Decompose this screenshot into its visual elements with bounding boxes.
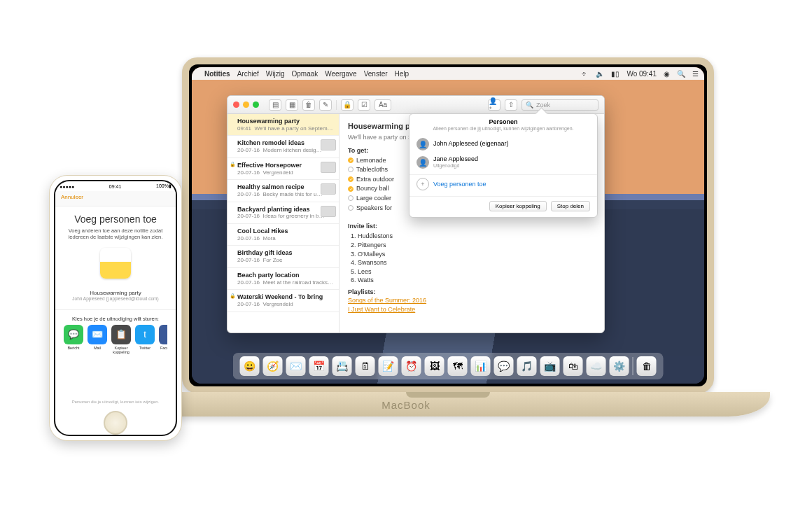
checklist-icon[interactable]: ☑	[358, 99, 370, 111]
ios-statusbar: ●●●●● 09:41 100%▮	[55, 181, 176, 191]
menu-weergave[interactable]: Weergave	[325, 70, 356, 78]
note-item[interactable]: Backyard planting ideas20-07-16 Ideas fo…	[227, 202, 339, 224]
macbook-label: MacBook	[382, 399, 430, 411]
note-item[interactable]: Housewarming party09:41 We'll have a par…	[227, 114, 339, 136]
sheet-footer: Personen die je uitnodigt, kunnen iets w…	[55, 400, 176, 404]
invite-item: Huddlestons	[358, 232, 596, 241]
dock-item[interactable]: 🗺	[448, 356, 468, 376]
dock-item[interactable]: 😀	[240, 356, 260, 376]
share-row: 💬Bericht✉️Mail📋Kopieer koppelingtTwitter…	[64, 325, 167, 354]
person-row[interactable]: 👤John Appleseed (eigenaar)	[410, 135, 597, 153]
notes-list[interactable]: Housewarming party09:41 We'll have a par…	[227, 114, 340, 332]
search-placeholder: Zoek	[536, 102, 550, 108]
choose-label: Kies hoe je de uitnodiging wilt sturen:	[64, 316, 167, 322]
share-option[interactable]: fFacebook	[159, 325, 167, 354]
dock-item[interactable]: 🗓	[356, 356, 375, 376]
note-item[interactable]: Kitchen remodel ideas20-07-16 Modern kit…	[227, 136, 339, 158]
window-controls	[233, 102, 259, 108]
invite-item: O'Malleys	[358, 250, 596, 259]
stop-sharing-button[interactable]: Stop delen	[551, 201, 590, 211]
zoom-button[interactable]	[253, 102, 259, 108]
cancel-button[interactable]: Annuleer	[61, 194, 83, 200]
dock-item[interactable]: 📇	[332, 356, 352, 376]
menu-help[interactable]: Help	[395, 70, 410, 78]
macos-menubar: Notities Archief Wijzig Opmaak Weergave …	[192, 67, 704, 80]
volume-icon[interactable]: 🔈	[596, 70, 604, 78]
sheet-desc: Voeg anderen toe aan deze notitie zodat …	[64, 227, 167, 241]
menu-archief[interactable]: Archief	[237, 70, 259, 78]
invite-item: Lees	[358, 267, 596, 276]
playlist-link[interactable]: I Just Want to Celebrate	[348, 305, 596, 314]
compose-icon[interactable]: ✎	[319, 99, 332, 111]
share-option[interactable]: ✉️Mail	[88, 325, 107, 354]
note-item[interactable]: Beach party location20-07-16 Meet at the…	[227, 268, 339, 290]
lock-icon[interactable]: 🔒	[341, 99, 354, 111]
note-item[interactable]: Healthy salmon recipe20-07-16 Becky made…	[227, 180, 339, 202]
notif-icon[interactable]: ☰	[692, 70, 699, 78]
share-icon[interactable]: ⇧	[505, 99, 517, 111]
ios-battery: 100%▮	[156, 183, 172, 189]
share-option[interactable]: 📋Kopieer koppeling	[111, 325, 131, 354]
spotlight-icon[interactable]: 🔍	[677, 70, 685, 78]
playlist-link[interactable]: Songs of the Summer: 2016	[348, 296, 596, 305]
dock-item[interactable]: 🗑	[637, 356, 657, 376]
dock: 😀🧭✉️📅📇🗓📝⏰🖼🗺📊💬🎵📺🛍☁️⚙️🗑	[233, 353, 664, 379]
grid-view-icon[interactable]: ▦	[286, 99, 298, 111]
sheet-title: Voeg personen toe	[64, 214, 167, 225]
home-button[interactable]	[104, 411, 127, 435]
dock-item[interactable]: ⚙️	[610, 356, 629, 376]
dock-item[interactable]: 📅	[309, 356, 329, 376]
dock-item[interactable]: 📝	[379, 356, 398, 376]
menu-opmaak[interactable]: Opmaak	[291, 70, 318, 78]
to-get-label: To get:	[348, 147, 368, 154]
nav-bar: Annuleer	[55, 191, 176, 206]
person-row[interactable]: 👤Jane AppleseedUitgenodigd	[410, 153, 597, 172]
share-option[interactable]: 💬Bericht	[64, 325, 83, 354]
siri-icon[interactable]: ◉	[664, 70, 670, 78]
shared-note-title: Housewarming party	[64, 290, 167, 296]
ios-time: 09:41	[109, 184, 122, 189]
battery-icon[interactable]: ▮▯	[611, 70, 620, 78]
wifi-icon[interactable]: ᯤ	[582, 70, 589, 78]
dock-item[interactable]: ☁️	[587, 356, 606, 376]
app-name[interactable]: Notities	[204, 70, 230, 78]
collaborate-icon[interactable]: 👤⁺	[488, 99, 500, 111]
notes-toolbar: ▤ ▦ 🗑 ✎ 🔒 ☑ Aa 👤⁺ ⇧ 🔍Zoek	[227, 96, 604, 114]
dock-item[interactable]: 🖼	[425, 356, 444, 376]
dock-item[interactable]: 🧭	[263, 356, 283, 376]
minimize-button[interactable]	[243, 102, 249, 108]
iphone-screen: ●●●●● 09:41 100%▮ Annuleer Voeg personen…	[54, 180, 177, 436]
dock-item[interactable]: ✉️	[286, 356, 306, 376]
avatar: 👤	[416, 138, 429, 150]
close-button[interactable]	[233, 102, 239, 108]
clock[interactable]: Wo 09:41	[626, 70, 657, 78]
note-item[interactable]: Cool Local Hikes20-07-16 Mora	[227, 224, 339, 246]
note-item[interactable]: Birthday gift ideas20-07-16 For Zoe	[227, 246, 339, 267]
invite-list: HuddlestonsPittengersO'MalleysSwansonsLe…	[358, 232, 596, 285]
dock-item[interactable]: 💬	[494, 356, 514, 376]
invite-item: Pittengers	[358, 241, 596, 250]
dock-item[interactable]: 🎵	[517, 356, 537, 376]
dock-item[interactable]: 📺	[540, 356, 560, 376]
carrier-dots: ●●●●●	[59, 184, 74, 189]
format-icon[interactable]: Aa	[374, 99, 391, 111]
share-option[interactable]: tTwitter	[135, 325, 155, 354]
list-view-icon[interactable]: ▤	[269, 99, 281, 111]
playlists-label: Playlists:	[348, 288, 376, 295]
invite-item: Swansons	[358, 258, 596, 267]
note-item[interactable]: Waterski Weekend - To bring20-07-16 Verg…	[227, 290, 339, 312]
dock-item[interactable]: 📊	[471, 356, 491, 376]
macbook-frame: Notities Archief Wijzig Opmaak Weergave …	[182, 57, 714, 393]
menu-venster[interactable]: Venster	[364, 70, 388, 78]
trash-icon[interactable]: 🗑	[302, 99, 315, 111]
macbook-base	[126, 392, 770, 416]
menu-wijzig[interactable]: Wijzig	[266, 70, 285, 78]
note-item[interactable]: Effective Horsepower20-07-16 Vergrendeld	[227, 158, 339, 180]
copy-link-button[interactable]: Kopieer koppeling	[489, 201, 547, 211]
notes-app-icon	[100, 248, 131, 279]
search-input[interactable]: 🔍Zoek	[522, 99, 598, 111]
dock-item[interactable]: ⏰	[402, 356, 421, 376]
dock-item[interactable]: 🛍	[564, 356, 583, 376]
plus-icon: +	[416, 178, 429, 190]
add-people-row[interactable]: + Voeg personen toe	[410, 174, 597, 193]
